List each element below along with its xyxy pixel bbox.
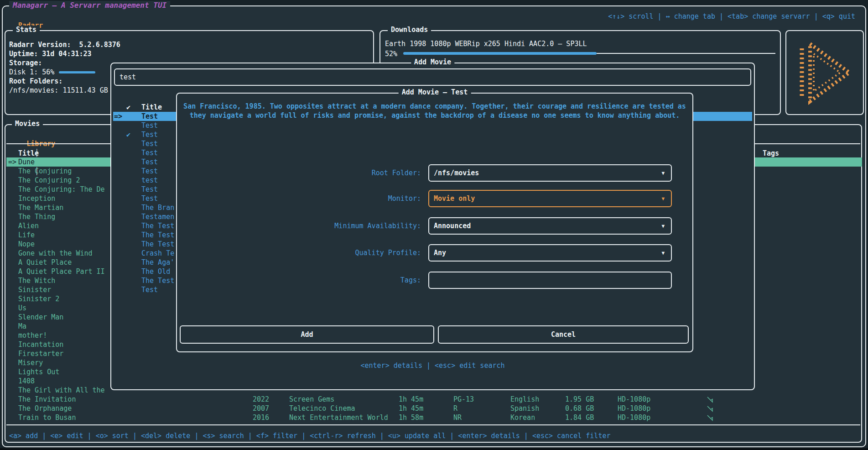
download-percent-label: 52%: [385, 49, 397, 58]
movies-panel-title: Movies: [12, 120, 43, 128]
movie-row[interactable]: Train to Busan2016Next Entertainment Wor…: [6, 413, 862, 422]
app-title: Managarr – A Servarr management TUI: [9, 1, 170, 10]
managarr-logo: [795, 38, 855, 107]
movie-title: Ma: [18, 322, 26, 331]
download-progress-track: [597, 53, 775, 54]
search-result-title: The Test: [141, 276, 174, 285]
search-result-title: test: [141, 176, 158, 185]
search-result-title: Test: [141, 139, 158, 148]
download-progress-bar: [403, 52, 775, 55]
field-value: Movie only: [434, 191, 475, 206]
movie-title: The Conjuring 2: [18, 176, 80, 185]
terminal-strip: [0, 448, 868, 450]
movie-title: Lights Out: [18, 367, 59, 377]
search-result-title: The Bran: [141, 203, 174, 212]
movie-title: Inception: [18, 194, 55, 203]
movie-size: 0.68 GB: [565, 404, 594, 413]
movie-language: English: [510, 395, 539, 404]
movie-title: Dune: [18, 157, 35, 167]
movie-search-input[interactable]: test: [114, 68, 751, 86]
movie-title: The Invitation: [18, 395, 76, 404]
field-label: Monitor:: [239, 194, 421, 203]
search-result-title: The Test: [141, 240, 174, 249]
field-tags[interactable]: [428, 272, 672, 289]
movie-title: 1408: [18, 377, 35, 386]
storage-label: Storage:: [9, 58, 42, 68]
field-minimum-availability[interactable]: Announced▼: [428, 217, 672, 235]
add-button[interactable]: Add: [180, 325, 434, 344]
stats-panel-title: Stats: [13, 26, 40, 34]
movie-description-line1: San Francisco, 1985. Two opposites attra…: [177, 102, 692, 111]
movie-title: The Martian: [18, 203, 63, 212]
help-separator: [6, 424, 860, 425]
movie-title: The Conjuring: The De: [18, 185, 105, 194]
movie-title: Nope: [18, 240, 35, 249]
search-result-title: Test: [141, 130, 158, 139]
search-result-title: Testamen: [141, 212, 174, 221]
movie-language: Korean: [510, 413, 535, 422]
field-monitor[interactable]: Movie only▼: [428, 190, 672, 207]
movie-year: 2016: [253, 413, 269, 422]
tag-icon: [707, 413, 713, 422]
results-header-title: Title: [141, 103, 162, 112]
search-result-title: Crash Te: [141, 249, 174, 258]
movie-runtime: 1h 58m: [399, 413, 423, 422]
movie-description-line2: they navigate a world full of risks and …: [177, 111, 692, 120]
movie-title: Slender Man: [18, 313, 63, 322]
movie-title: Alien: [18, 221, 39, 230]
movie-title: Sinister 2: [18, 294, 59, 303]
movie-title: Firestarter: [18, 349, 63, 358]
disk-usage: Disk 1: 56%: [9, 68, 95, 77]
movie-language: Spanish: [510, 404, 539, 413]
uptime: Uptime: 31d 04:31:23: [9, 49, 92, 58]
disk-usage-label: Disk 1: 56%: [9, 68, 54, 77]
movie-title: The Conjuring: [18, 167, 72, 176]
tag-icon: [707, 404, 713, 413]
search-result-title: Test: [141, 185, 158, 194]
modal-title: Add Movie – Test: [399, 88, 471, 96]
movie-title: The Girl with All the: [18, 386, 105, 395]
field-value: /nfs/movies: [434, 165, 479, 181]
selection-arrow: =>: [8, 157, 16, 167]
movie-runtime: 1h 45m: [399, 395, 423, 404]
movies-keybind-hints: <a> add | <e> edit | <o> sort | <del> de…: [9, 431, 611, 440]
radarr-version: Radarr Version: 5.2.6.8376: [9, 40, 120, 49]
check-icon: ✔: [126, 130, 130, 139]
field-label: Minimum Availability:: [239, 221, 421, 230]
logo-panel: [785, 30, 864, 115]
column-header-tags: Tags: [763, 149, 779, 158]
movie-year: 2007: [253, 404, 269, 413]
movie-row[interactable]: The Invitation2022Screen Gems1h 45mPG-13…: [6, 395, 862, 404]
movie-title: The Orphanage: [18, 404, 72, 413]
movie-title: Us: [18, 303, 26, 313]
cancel-button[interactable]: Cancel: [438, 325, 689, 344]
add-movie-title: Add Movie: [411, 58, 454, 66]
root-folder-value: /nfs/movies: 11511.43 GB: [9, 86, 108, 95]
managarr-screen: { "app": { "title": "Managarr – A Servar…: [0, 0, 868, 450]
movie-row[interactable]: The Orphanage2007Telecinco Cinema1h 45mR…: [6, 404, 862, 413]
movie-title: The Witch: [18, 276, 55, 285]
tag-icon: [707, 395, 713, 404]
selection-arrow: =>: [114, 112, 122, 121]
dropdown-arrow-icon: ▼: [661, 191, 665, 207]
search-result-title: Test: [141, 194, 158, 203]
download-item: Earth 1998 1080p WEBRip x265 Hindi AAC2.…: [385, 39, 587, 48]
search-result-title: Test: [141, 121, 158, 130]
field-root-folder[interactable]: /nfs/movies▼: [428, 164, 672, 182]
search-result-title: Test: [141, 157, 158, 167]
movie-size: 1.84 GB: [565, 413, 594, 422]
search-result-title: Test: [141, 285, 158, 294]
column-header-title: Title: [18, 149, 39, 158]
field-quality-profile[interactable]: Any▼: [428, 244, 672, 262]
search-result-title: The Test: [141, 230, 174, 240]
movie-studio: Telecinco Cinema: [289, 404, 355, 413]
downloads-panel-title: Downloads: [388, 26, 431, 34]
search-result-title: The Test: [141, 221, 174, 230]
movie-size: 1.95 GB: [565, 395, 594, 404]
search-result-title: The Old: [141, 267, 170, 276]
movie-runtime: 1h 45m: [399, 404, 423, 413]
field-label: Quality Profile:: [239, 248, 421, 257]
movie-title: Train to Busan: [18, 413, 76, 422]
add-movie-keybind-hints: <enter> details | <esc> edit search: [111, 361, 754, 370]
dropdown-arrow-icon: ▼: [661, 246, 665, 261]
